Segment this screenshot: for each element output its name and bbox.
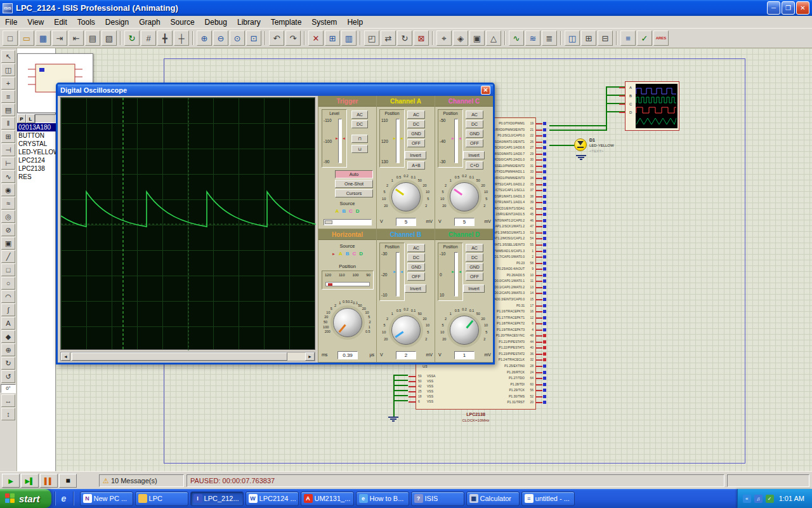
channel-d-position-slider[interactable]: Position-10010►◄ xyxy=(438,243,463,301)
component-mode-icon[interactable]: ◫ xyxy=(1,64,15,76)
netlist-to-ares-icon[interactable]: ARES xyxy=(653,30,669,46)
maximize-button[interactable]: ❐ xyxy=(782,1,795,15)
start-button[interactable]: start xyxy=(0,489,51,508)
window-titlebar[interactable]: ISIS LPC_2124 - ISIS Professional (Anima… xyxy=(0,0,812,16)
device-item-lpc2124[interactable]: LPC2124 xyxy=(17,156,56,164)
source-channel-a[interactable]: A xyxy=(339,251,343,257)
channel-c-coupling-ac[interactable]: AC xyxy=(466,110,483,119)
channel-a-invert-button[interactable]: Invert xyxy=(405,151,426,159)
play-button[interactable]: ▶ xyxy=(2,474,20,488)
timebase-knob[interactable]: 2001005020105210.50.20.15020105210.5msµs… xyxy=(318,293,377,363)
scope-scrollbar[interactable]: ◄ ► xyxy=(60,352,315,361)
led-component[interactable] xyxy=(574,138,587,151)
pick-parts-icon[interactable]: ⌖ xyxy=(436,30,452,46)
bill-of-materials-icon[interactable]: ≡ xyxy=(620,30,636,46)
scroll-right-button[interactable]: ► xyxy=(305,352,315,361)
channel-a-coupling-off[interactable]: OFF xyxy=(407,139,425,147)
scroll-track[interactable] xyxy=(70,352,305,361)
device-item-button[interactable]: BUTTON xyxy=(17,131,56,140)
generator-mode-icon[interactable]: ≈ xyxy=(1,197,15,210)
false-origin-icon[interactable]: ╋ xyxy=(157,30,173,46)
menu-item-design[interactable]: Design xyxy=(100,17,134,28)
library-button[interactable]: L xyxy=(26,114,35,123)
quicklaunch-ie-icon[interactable]: e xyxy=(58,492,70,505)
wire-autorouter-icon[interactable]: ∿ xyxy=(509,30,524,46)
copy-icon[interactable]: ⊞ xyxy=(325,30,340,46)
taskbar-task-isis[interactable]: ?ISIS xyxy=(411,491,464,506)
tape-recorder-mode-icon[interactable]: ◉ xyxy=(1,184,15,196)
source-channel-a[interactable]: A xyxy=(335,208,339,214)
message-panel[interactable]: ⚠10 Message(s) xyxy=(99,474,184,487)
taskbar-task-how-to-b[interactable]: eHow to B... xyxy=(356,491,409,506)
save-design-icon[interactable]: ▦ xyxy=(36,30,51,46)
trigger-edge-button-1[interactable]: ⊔ xyxy=(351,145,368,153)
property-assignment-icon[interactable]: ≣ xyxy=(542,30,557,46)
selection-mode-icon[interactable]: ↖ xyxy=(1,50,15,63)
block-rotate-icon[interactable]: ↻ xyxy=(397,30,412,46)
tray-hide-icon[interactable]: « xyxy=(743,495,751,503)
trigger-mode-oneshot[interactable]: One-Shot xyxy=(335,180,373,188)
minimize-button[interactable]: ─ xyxy=(767,1,780,15)
menu-item-edit[interactable]: Edit xyxy=(49,17,72,28)
channel-b-coupling-gnd[interactable]: GND xyxy=(407,263,425,271)
logic-analyzer-component[interactable]: ABCD xyxy=(625,81,679,131)
channel-d-coupling-gnd[interactable]: GND xyxy=(466,263,483,271)
make-device-icon[interactable]: ◈ xyxy=(453,30,468,46)
channel-c-gain-knob[interactable]: 20105210.50.20.150201052VmV5 xyxy=(435,170,494,229)
channel-d-gain-knob[interactable]: 20105210.50.20.150201052VmV1 xyxy=(435,304,494,363)
marker-mode-icon[interactable]: ⊕ xyxy=(1,344,15,356)
taskbar-task-um2131[interactable]: AUM2131_... xyxy=(301,491,354,506)
export-section-icon[interactable]: ⇤ xyxy=(69,30,84,46)
zoom-out-icon[interactable]: ⊖ xyxy=(213,30,228,46)
source-select[interactable]: ABCD xyxy=(318,208,376,214)
rotate-clockwise-icon[interactable]: ↻ xyxy=(1,357,15,370)
stop-button[interactable]: ■ xyxy=(59,474,77,488)
menu-item-library[interactable]: Library xyxy=(232,17,266,28)
voltage-probe-mode-icon[interactable]: ◎ xyxy=(1,210,15,223)
tray-shield-icon[interactable]: ✓ xyxy=(766,495,774,503)
source-channel-b[interactable]: B xyxy=(346,251,350,257)
device-item-led-yellow[interactable]: LED-YELLOW xyxy=(17,148,56,156)
source-channel-d[interactable]: D xyxy=(359,251,363,257)
channel-b-coupling-off[interactable]: OFF xyxy=(407,272,425,281)
undo-icon[interactable]: ↶ xyxy=(269,30,284,46)
packaging-tool-icon[interactable]: ▣ xyxy=(469,30,485,46)
channel-a-coupling-ac[interactable]: AC xyxy=(407,110,425,119)
junction-mode-icon[interactable]: + xyxy=(1,77,15,90)
menu-item-file[interactable]: File xyxy=(0,17,22,28)
channel-c-position-slider[interactable]: Position-50-40-30►◄ xyxy=(438,109,463,168)
horizontal-position-slider[interactable]: 12011010090 xyxy=(322,271,374,290)
taskbar-task-lpc[interactable]: LPC xyxy=(135,491,188,506)
paste-icon[interactable]: ▥ xyxy=(341,30,357,46)
taskbar-task-lpc2124[interactable]: WLPC2124 ... xyxy=(246,491,299,506)
new-sheet-icon[interactable]: ⊞ xyxy=(581,30,596,46)
block-delete-icon[interactable]: ⊠ xyxy=(414,30,429,46)
channel-c-combine-button[interactable]: C+D xyxy=(466,161,483,170)
toggle-grid-icon[interactable]: # xyxy=(141,30,156,46)
channel-b-coupling-ac[interactable]: AC xyxy=(407,244,425,252)
trigger-mode-cursors[interactable]: Cursors xyxy=(335,189,373,197)
source-channel-b[interactable]: B xyxy=(342,208,346,214)
zoom-in-icon[interactable]: ⊕ xyxy=(197,30,212,46)
mark-output-area-icon[interactable]: ▧ xyxy=(102,30,117,46)
new-design-icon[interactable]: □ xyxy=(3,30,18,46)
menu-item-help[interactable]: Help xyxy=(342,17,368,28)
oscilloscope-titlebar[interactable]: Digital Oscilloscope ✕ xyxy=(58,84,493,96)
device-item-crystal[interactable]: CRYSTAL xyxy=(17,140,56,148)
wire-label-mode-icon[interactable]: ≡ xyxy=(1,90,15,103)
taskbar-task-new-pc[interactable]: NNew PC ... xyxy=(80,491,133,506)
cursor-snap-icon[interactable]: ┼ xyxy=(174,30,189,46)
remove-sheet-icon[interactable]: ⊟ xyxy=(598,30,613,46)
text-2d-mode-icon[interactable]: A xyxy=(1,317,15,330)
text-script-mode-icon[interactable]: ▤ xyxy=(1,104,15,116)
source-channel-c[interactable]: C xyxy=(349,208,353,214)
line-mode-icon[interactable]: ╱ xyxy=(1,250,15,263)
channel-c-coupling-off[interactable]: OFF xyxy=(466,139,483,147)
menu-item-source[interactable]: Source xyxy=(166,17,200,28)
trigger-coupling-ac[interactable]: AC xyxy=(351,110,368,119)
step-button[interactable]: ▶▌ xyxy=(21,474,39,488)
virtual-instrument-mode-icon[interactable]: ▣ xyxy=(1,237,15,250)
taskbar-task-lpc-212[interactable]: ILPC_212... xyxy=(190,491,244,506)
channel-d-coupling-off[interactable]: OFF xyxy=(466,272,483,281)
terminal-mode-icon[interactable]: ⊣ xyxy=(1,144,15,156)
